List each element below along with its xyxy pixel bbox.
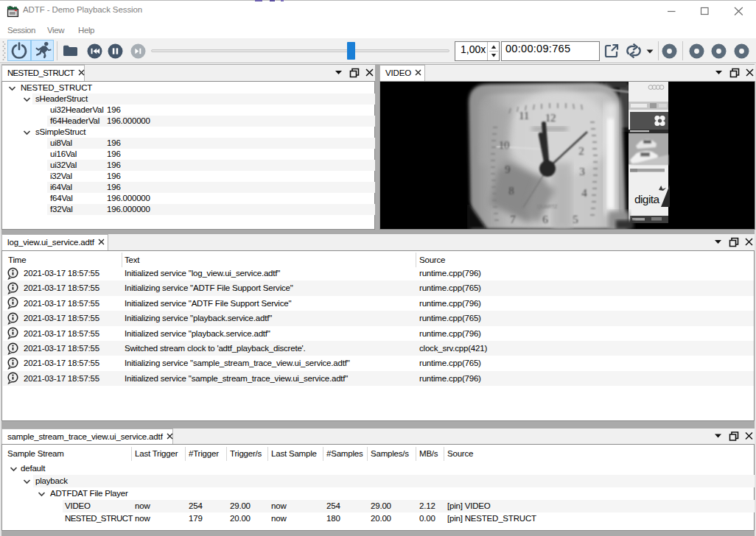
svg-text:9: 9 xyxy=(505,163,510,175)
svg-text:6: 6 xyxy=(542,214,548,225)
svg-text:2: 2 xyxy=(578,145,584,157)
svg-text:8: 8 xyxy=(508,185,514,197)
svg-text:12: 12 xyxy=(545,112,556,124)
svg-text:QUARTZ: QUARTZ xyxy=(537,204,558,210)
svg-text:digita: digita xyxy=(634,193,659,205)
svg-text:4: 4 xyxy=(581,187,587,199)
svg-text:5: 5 xyxy=(573,214,578,225)
svg-text:7: 7 xyxy=(510,214,516,225)
svg-text:10: 10 xyxy=(499,139,510,151)
svg-text:11: 11 xyxy=(519,110,529,121)
svg-text:3: 3 xyxy=(579,166,584,177)
